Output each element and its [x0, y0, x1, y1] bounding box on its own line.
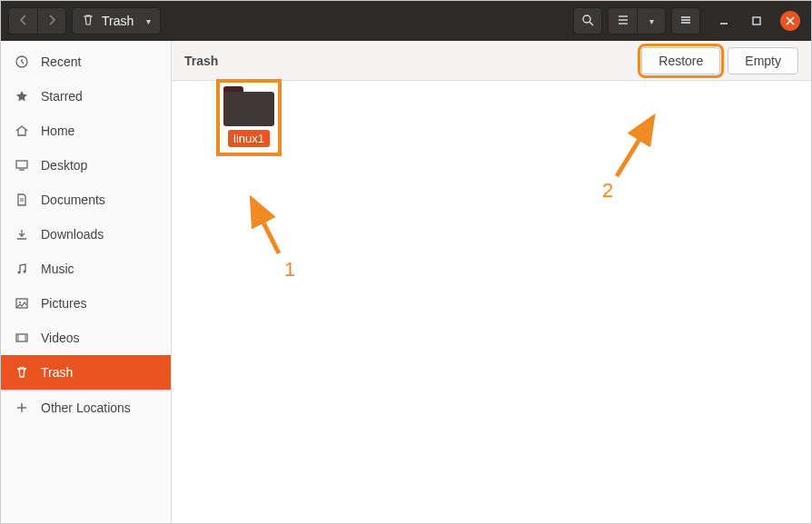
sidebar: Recent Starred Home Desktop Documents Do… [1, 41, 172, 523]
sidebar-item-documents[interactable]: Documents [1, 183, 171, 217]
svg-line-28 [617, 117, 653, 176]
empty-button[interactable]: Empty [728, 47, 798, 74]
trash-icon [82, 14, 94, 29]
sidebar-item-pictures[interactable]: Pictures [1, 286, 171, 321]
plus-icon [14, 400, 30, 415]
sidebar-item-starred[interactable]: Starred [1, 79, 171, 114]
svg-rect-13 [16, 161, 27, 168]
sidebar-item-home[interactable]: Home [1, 114, 171, 148]
sidebar-item-downloads[interactable]: Downloads [1, 217, 171, 252]
sidebar-item-other-locations[interactable]: Other Locations [1, 391, 171, 425]
close-button[interactable] [780, 11, 800, 31]
document-icon [14, 193, 30, 207]
svg-point-20 [19, 302, 21, 303]
svg-point-18 [24, 271, 26, 273]
sidebar-item-label: Documents [41, 193, 105, 207]
sidebar-item-trash[interactable]: Trash [1, 355, 171, 390]
view-options-button[interactable]: ▾ [637, 7, 666, 35]
maximize-button[interactable] [748, 12, 766, 30]
sidebar-item-label: Trash [41, 365, 73, 380]
svg-rect-9 [753, 17, 760, 25]
restore-button[interactable]: Restore [641, 47, 720, 74]
view-buttons: ▾ [608, 7, 666, 35]
svg-line-1 [589, 22, 593, 25]
content-header: Trash Restore Empty [172, 41, 811, 81]
menu-button[interactable] [671, 7, 700, 35]
chevron-left-icon [19, 14, 28, 28]
forward-button[interactable] [37, 7, 66, 35]
star-icon [14, 89, 30, 104]
video-icon [14, 331, 30, 345]
sidebar-item-label: Videos [41, 331, 80, 345]
titlebar: Trash ▾ ▾ [1, 1, 811, 41]
search-icon [581, 14, 594, 29]
content-area: Trash Restore Empty linux1 [172, 41, 811, 523]
chevron-down-icon: ▾ [649, 16, 654, 26]
download-icon [14, 227, 30, 242]
folder-icon [223, 86, 274, 126]
sidebar-item-label: Pictures [41, 296, 87, 311]
home-icon [14, 124, 30, 138]
hamburger-icon [679, 14, 692, 29]
list-view-button[interactable] [608, 7, 637, 35]
chevron-right-icon [47, 14, 56, 28]
sidebar-item-label: Recent [41, 54, 81, 69]
location-label: Trash [102, 14, 134, 28]
svg-point-17 [18, 272, 21, 274]
search-button[interactable] [573, 7, 602, 35]
sidebar-item-videos[interactable]: Videos [1, 321, 171, 355]
window-controls [715, 11, 800, 31]
sidebar-item-desktop[interactable]: Desktop [1, 148, 171, 183]
sidebar-item-label: Starred [41, 89, 83, 104]
sidebar-item-label: Desktop [41, 158, 87, 173]
chevron-down-icon: ▾ [146, 16, 151, 26]
annotation-number-2: 2 [602, 179, 613, 203]
trash-icon [14, 365, 30, 380]
svg-point-0 [583, 15, 590, 23]
svg-line-27 [252, 199, 279, 253]
minimize-button[interactable] [715, 12, 733, 30]
sidebar-item-music[interactable]: Music [1, 252, 171, 286]
sidebar-item-label: Home [41, 124, 74, 138]
sidebar-item-recent[interactable]: Recent [1, 44, 171, 79]
desktop-icon [14, 158, 30, 173]
file-item-linux1[interactable]: linux1 [210, 83, 288, 153]
clock-icon [14, 54, 30, 69]
page-title: Trash [184, 54, 218, 68]
sidebar-item-label: Other Locations [41, 400, 131, 415]
sidebar-item-label: Music [41, 262, 74, 276]
file-list[interactable]: linux1 1 2 [172, 81, 811, 523]
nav-buttons [8, 7, 66, 35]
file-label: linux1 [228, 130, 270, 147]
annotation-number-1: 1 [284, 258, 295, 282]
picture-icon [14, 296, 30, 311]
music-icon [14, 262, 30, 276]
location-bar[interactable]: Trash ▾ [72, 7, 161, 35]
sidebar-item-label: Downloads [41, 227, 104, 242]
back-button[interactable] [8, 7, 37, 35]
list-icon [617, 14, 629, 29]
